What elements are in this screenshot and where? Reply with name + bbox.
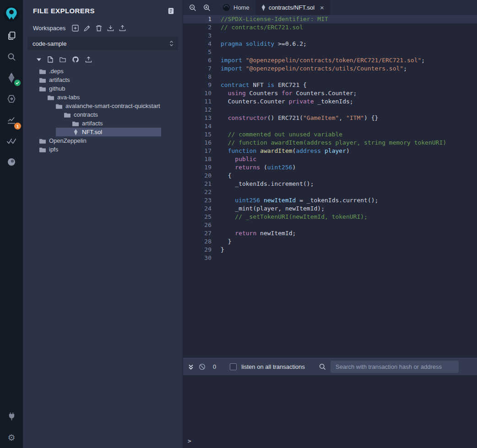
terminal-panel: 0 listen on all transactions > (183, 358, 477, 448)
code-line-13[interactable]: 13 constructor() ERC721("GameItem", "ITM… (183, 114, 477, 122)
line-number: 18 (183, 155, 219, 163)
code-line-14[interactable]: 14 (183, 122, 477, 130)
code-line-20[interactable]: 20 { (183, 172, 477, 180)
create-workspace-icon[interactable] (72, 25, 79, 32)
tree-item-github[interactable]: github (23, 84, 183, 93)
tree-item-artifacts[interactable]: artifacts (23, 76, 183, 84)
tab-home[interactable]: Home (217, 0, 255, 15)
tree-item-contracts[interactable]: contracts (23, 110, 183, 119)
tree-row-inner: contracts (64, 110, 98, 119)
upload-file-icon[interactable] (85, 56, 92, 63)
code-text: using Counters for Counters.Counter; (219, 89, 357, 97)
code-line-22[interactable]: 22 (183, 188, 477, 196)
tree-item-label: avalanche-smart-contract-quickstart (65, 103, 160, 109)
terminal-search-input[interactable] (331, 361, 459, 373)
zoom-in-icon[interactable] (203, 4, 211, 11)
code-line-11[interactable]: 11 Counters.Counter private _tokenIds; (183, 97, 477, 106)
delete-workspace-icon[interactable] (96, 25, 102, 32)
folder-icon (64, 112, 70, 118)
tree-item-ava-labs[interactable]: ava-labs (23, 93, 183, 102)
tab-active-file[interactable]: contracts/NFT.sol × (255, 0, 330, 15)
code-line-15[interactable]: 15 // commented out unused variable (183, 130, 477, 139)
tab-home-label: Home (233, 4, 249, 11)
code-line-17[interactable]: 17 function awardItem(address player) (183, 147, 477, 155)
close-tab-icon[interactable]: × (320, 4, 324, 11)
analysis-icon[interactable]: 1 (0, 109, 23, 130)
deploy-run-icon[interactable] (0, 88, 23, 109)
code-line-5[interactable]: 5 (183, 48, 477, 56)
code-line-21[interactable]: 21 _tokenIds.increment(); (183, 180, 477, 188)
tree-item-label: ava-labs (57, 94, 80, 101)
terminal-output[interactable]: > (183, 375, 477, 448)
new-file-icon[interactable] (48, 56, 53, 63)
github-icon[interactable] (72, 56, 79, 63)
line-number: 11 (183, 97, 219, 106)
code-line-29[interactable]: 29} (183, 246, 477, 254)
upload-workspace-icon[interactable] (119, 25, 126, 32)
code-text (219, 73, 221, 81)
remix-logo-icon[interactable] (0, 2, 23, 25)
tree-item-avalanche-smart-contract-quickstart[interactable]: avalanche-smart-contract-quickstart (23, 102, 183, 110)
line-number: 12 (183, 106, 219, 114)
plugin-manager-icon[interactable] (0, 406, 23, 427)
code-line-27[interactable]: 27 return newItemId; (183, 229, 477, 237)
code-line-18[interactable]: 18 public (183, 155, 477, 163)
code-line-12[interactable]: 12 (183, 106, 477, 114)
new-folder-icon[interactable] (60, 57, 66, 62)
solidity-file-icon (72, 129, 79, 135)
code-line-8[interactable]: 8 (183, 73, 477, 81)
code-line-7[interactable]: 7import "@openzeppelin/contracts/utils/C… (183, 65, 477, 73)
code-line-30[interactable]: 30 (183, 254, 477, 262)
line-number: 22 (183, 188, 219, 196)
workspace-journal-icon[interactable] (168, 7, 174, 15)
code-line-25[interactable]: 25 // _setTokenURI(newItemId, tokenURI); (183, 213, 477, 221)
code-line-3[interactable]: 3 (183, 32, 477, 40)
listen-transactions-checkbox[interactable] (230, 363, 237, 370)
collapse-caret-icon[interactable] (37, 58, 41, 61)
rename-workspace-icon[interactable] (84, 25, 91, 32)
workspace-actions (72, 25, 126, 32)
download-workspace-icon[interactable] (107, 25, 114, 32)
code-editor[interactable]: 1//SPDX-License-Identifier: MIT2// contr… (183, 15, 477, 358)
settings-icon[interactable]: ⚙ (0, 427, 23, 448)
code-line-6[interactable]: 6import "@openzeppelin/contracts/token/E… (183, 56, 477, 65)
sourcify-icon[interactable] (0, 151, 23, 173)
line-number: 7 (183, 65, 219, 73)
code-line-16[interactable]: 16 // function awardItem(address player,… (183, 139, 477, 147)
code-line-26[interactable]: 26 (183, 221, 477, 229)
code-line-19[interactable]: 19 returns (uint256) (183, 163, 477, 172)
code-text (219, 106, 221, 114)
home-icon (222, 4, 230, 11)
code-text (219, 254, 221, 262)
unit-testing-icon[interactable] (0, 130, 23, 151)
tree-item-ipfs[interactable]: ipfs (23, 145, 183, 154)
zoom-out-icon[interactable] (189, 4, 196, 11)
code-line-10[interactable]: 10 using Counters for Counters.Counter; (183, 89, 477, 97)
tree-item-nft-sol[interactable]: NFT.sol (23, 128, 183, 136)
code-text (219, 188, 221, 196)
line-number: 25 (183, 213, 219, 221)
tree-item-artifacts[interactable]: artifacts (23, 119, 183, 128)
tree-item-openzeppelin[interactable]: OpenZeppelin (23, 136, 183, 145)
line-number: 23 (183, 196, 219, 205)
code-line-24[interactable]: 24 _mint(player, newItemId); (183, 205, 477, 213)
workspace-select[interactable]: code-sample (27, 37, 178, 50)
code-text: { (219, 172, 231, 180)
code-line-23[interactable]: 23 uint256 newItemId = _tokenIds.current… (183, 196, 477, 205)
line-number: 2 (183, 23, 219, 32)
code-line-2[interactable]: 2// contracts/ERC721.sol (183, 23, 477, 32)
code-line-28[interactable]: 28 } (183, 237, 477, 246)
tree-item--deps[interactable]: .deps (23, 67, 183, 76)
solidity-compiler-icon[interactable] (0, 67, 23, 88)
code-line-4[interactable]: 4pragma solidity >=0.6.2; (183, 40, 477, 48)
code-line-9[interactable]: 9contract NFT is ERC721 { (183, 81, 477, 89)
tree-item-label: artifacts (49, 76, 70, 83)
file-explorer-icon[interactable] (0, 25, 23, 46)
collapse-terminal-icon[interactable] (188, 364, 194, 370)
zoom-controls (183, 0, 217, 15)
clear-console-icon[interactable] (199, 363, 206, 370)
search-icon[interactable] (0, 46, 23, 67)
code-text: returns (uint256) (219, 163, 296, 172)
code-line-1[interactable]: 1//SPDX-License-Identifier: MIT (183, 15, 477, 23)
tree-item-label: artifacts (82, 120, 103, 127)
